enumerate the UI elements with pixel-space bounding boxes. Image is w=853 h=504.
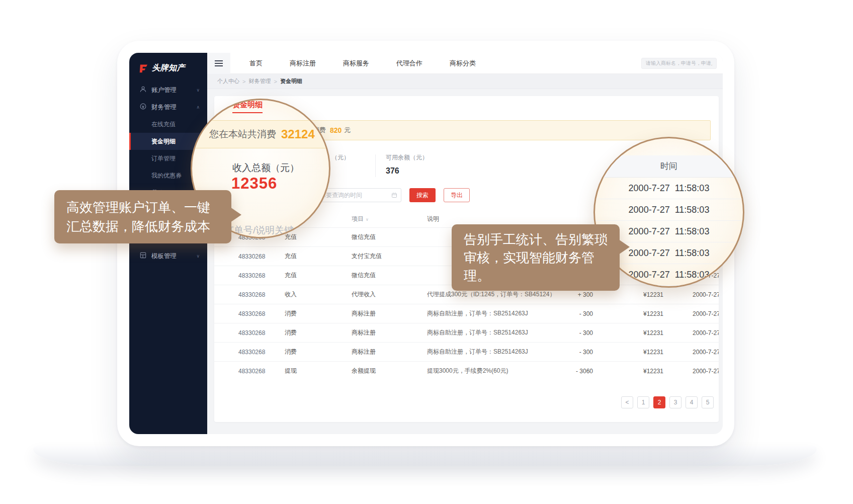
breadcrumb-separator-icon: > bbox=[242, 78, 245, 85]
breadcrumb-item[interactable]: 财务管理 bbox=[248, 77, 271, 85]
nav-tab[interactable]: 商标服务 bbox=[343, 59, 369, 68]
lens-time-header: 时间 bbox=[595, 155, 743, 178]
cell-type: 充值 bbox=[285, 252, 352, 261]
lens-time-row: 2000-7-27 11:58:03 bbox=[595, 178, 743, 199]
search-button[interactable]: 搜索 bbox=[409, 188, 436, 202]
cell-bal: ¥12231 bbox=[593, 329, 663, 337]
nav-search bbox=[641, 58, 717, 69]
callout-line: 高效管理账户订单、一键 bbox=[66, 198, 219, 217]
breadcrumb-separator-icon: > bbox=[274, 78, 277, 85]
cell-proj: 微信充值 bbox=[352, 271, 427, 280]
nav-tabs: 首页商标注册商标服务代理合作商标分类 bbox=[249, 59, 476, 68]
sidebar-group-财务管理[interactable]: 财务管理∧ bbox=[129, 99, 207, 116]
table-row: 48330268消费商标注册商标自助注册，订单号：SB2514263J- 300… bbox=[214, 304, 719, 323]
logo: 头牌知产 bbox=[129, 53, 207, 81]
cell-order: 48330268 bbox=[214, 329, 285, 337]
user-icon bbox=[139, 86, 147, 95]
cell-proj: 支付宝充值 bbox=[352, 252, 427, 261]
cell-proj: 微信充值 bbox=[352, 233, 427, 241]
cell-amt: - 300 bbox=[568, 310, 593, 317]
sidebar-group-账户管理[interactable]: 账户管理∨ bbox=[129, 81, 207, 99]
cell-time: 2000-7-27 11:58:03 bbox=[663, 368, 719, 375]
lens-banner-amount: 32124 bbox=[281, 127, 315, 141]
nav-tab[interactable]: 商标分类 bbox=[450, 59, 476, 68]
cell-order: 48330268 bbox=[214, 272, 285, 279]
sort-caret-icon: ∨ bbox=[366, 217, 369, 222]
top-nav: 首页商标注册商标服务代理合作商标分类 bbox=[207, 53, 723, 74]
callout-line: 理。 bbox=[464, 267, 608, 285]
pagination-page-5[interactable]: 5 bbox=[702, 396, 714, 408]
stat-middle-label: （元） bbox=[331, 153, 375, 162]
cell-time: 2000-7-27 11:58:03 bbox=[663, 291, 719, 298]
cell-proj: 商标注册 bbox=[352, 309, 427, 318]
pagination-prev-button[interactable]: < bbox=[621, 396, 633, 408]
laptop-base bbox=[33, 446, 817, 466]
cell-desc: 商标自助注册，订单号：SB2514263J bbox=[427, 348, 568, 356]
pagination-page-4[interactable]: 4 bbox=[686, 396, 698, 408]
logo-text: 头牌知产 bbox=[152, 63, 185, 73]
pagination-page-1[interactable]: 1 bbox=[637, 396, 649, 408]
callout-line: 告别手工统计、告别繁琐 bbox=[464, 230, 608, 248]
page: 头牌知产 账户管理∨财务管理∧在线充值资金明细订单管理我的优惠券我的发票模板管理… bbox=[0, 0, 853, 504]
cell-type: 充值 bbox=[285, 233, 352, 241]
header-desc: 说明 bbox=[427, 215, 568, 223]
cell-order: 48330268 bbox=[214, 310, 285, 317]
sidebar-group-模板管理[interactable]: 模板管理∨ bbox=[129, 247, 207, 265]
cell-amt: - 3060 bbox=[568, 368, 593, 375]
banner-unit: 元 bbox=[344, 126, 351, 135]
sidebar-item-在线充值[interactable]: 在线充值 bbox=[129, 116, 207, 133]
stat-balance: 可用余额（元） 376 bbox=[376, 153, 428, 178]
chevron-down-icon: ∨ bbox=[196, 88, 200, 93]
cell-proj: 余额提现 bbox=[352, 367, 427, 375]
cell-type: 收入 bbox=[285, 290, 352, 299]
cell-type: 消费 bbox=[285, 309, 352, 318]
callout-right: 告别手工统计、告别繁琐审核，实现智能财务管理。 bbox=[452, 224, 620, 291]
cell-desc: 代理提成300元（ID:1245，订单号：SB45124） bbox=[427, 290, 568, 299]
trademark-search-input[interactable] bbox=[641, 58, 717, 69]
nav-tab[interactable]: 首页 bbox=[249, 59, 263, 68]
cell-bal: ¥12231 bbox=[593, 368, 663, 375]
table-row: 48330268提现余额提现提现3000元，手续费2%(60元)- 3060¥1… bbox=[214, 361, 719, 380]
chevron-down-icon: ∨ bbox=[196, 254, 200, 259]
cell-proj: 商标注册 bbox=[352, 348, 427, 356]
sidebar-group-label: 账户管理 bbox=[151, 86, 177, 95]
sidebar-group-label: 模板管理 bbox=[151, 252, 177, 261]
wallet-icon bbox=[139, 103, 147, 112]
breadcrumb: 个人中心>财务管理>资金明细 bbox=[207, 74, 723, 89]
template-icon bbox=[139, 251, 147, 261]
cell-time: 2000-7-27 11:58:03 bbox=[663, 349, 719, 356]
nav-tab[interactable]: 商标注册 bbox=[290, 59, 316, 68]
cell-type: 充值 bbox=[285, 271, 352, 280]
lens-income-value: 12356 bbox=[231, 175, 277, 193]
cell-time: 2000-7-27 11:58:03 bbox=[663, 329, 719, 337]
cell-order: 48330268 bbox=[214, 349, 285, 356]
lens-income-label: 收入总额（元） bbox=[232, 161, 299, 175]
hamburger-icon[interactable] bbox=[207, 53, 230, 74]
lens-banner: 您在本站共消费 32124 bbox=[192, 120, 329, 148]
cell-amt: - 300 bbox=[568, 349, 593, 356]
export-button[interactable]: 导出 bbox=[444, 188, 470, 202]
pagination-page-2[interactable]: 2 bbox=[653, 396, 665, 408]
cell-amt: - 300 bbox=[568, 329, 593, 337]
callout-line: 汇总数据，降低财务成本 bbox=[66, 217, 219, 236]
lens-banner-prefix: 您在本站共消费 bbox=[209, 128, 276, 141]
stat-balance-value: 376 bbox=[386, 166, 428, 176]
cell-desc: 商标自助注册，订单号：SB2514263J bbox=[427, 309, 568, 318]
table-row: 48330268消费商标注册商标自助注册，订单号：SB2514263J- 300… bbox=[214, 323, 719, 342]
nav-tab[interactable]: 代理合作 bbox=[396, 59, 422, 68]
pagination-page-3[interactable]: 3 bbox=[669, 396, 681, 408]
cell-proj: 商标注册 bbox=[352, 328, 427, 337]
cell-amt: + 300 bbox=[568, 291, 593, 298]
chevron-up-icon: ∧ bbox=[196, 105, 200, 110]
cell-order: 48330268 bbox=[214, 368, 285, 375]
cell-bal: ¥12231 bbox=[593, 349, 663, 356]
cell-order: 48330268 bbox=[214, 253, 285, 260]
breadcrumb-item[interactable]: 个人中心 bbox=[217, 77, 239, 85]
calendar-icon bbox=[391, 192, 397, 198]
banner-amount: 820 bbox=[330, 126, 342, 134]
cell-bal: ¥12231 bbox=[593, 310, 663, 317]
header-project[interactable]: 项目∨ bbox=[352, 215, 427, 223]
cell-type: 消费 bbox=[285, 328, 352, 337]
cell-type: 消费 bbox=[285, 348, 352, 356]
cell-order: 48330268 bbox=[214, 291, 285, 298]
